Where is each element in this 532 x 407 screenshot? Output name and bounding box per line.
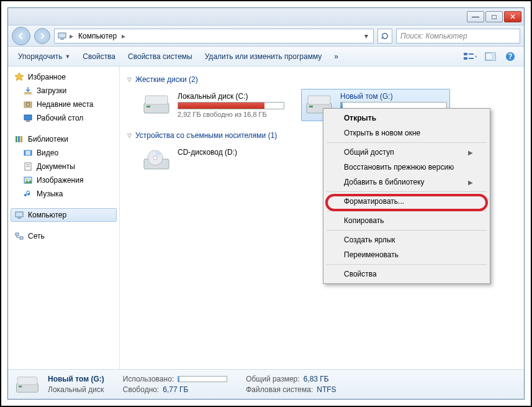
svg-rect-28	[16, 233, 19, 236]
libraries-icon	[14, 134, 24, 144]
recent-icon	[23, 99, 33, 109]
collapse-icon[interactable]: ▽	[127, 132, 132, 139]
svg-rect-32	[145, 96, 168, 104]
minimize-button[interactable]: —	[467, 11, 484, 22]
svg-rect-10	[24, 92, 32, 94]
sidebar-images[interactable]: Изображения	[19, 173, 117, 187]
drive-d[interactable]: CD-дисковод (D:)	[138, 145, 287, 176]
svg-rect-19	[24, 150, 25, 155]
breadcrumb-computer[interactable]: Компьютер	[76, 32, 119, 40]
menu-separator	[327, 230, 487, 231]
address-bar[interactable]: ▸ Компьютер ▸ ▾	[54, 29, 374, 43]
context-create-shortcut[interactable]: Создать ярлык	[325, 232, 488, 247]
music-icon	[23, 189, 33, 199]
menu-separator	[327, 142, 487, 143]
hdd-icon	[142, 92, 171, 117]
navbar: ▸ Компьютер ▸ ▾ Поиск: Компьютер	[8, 25, 524, 47]
svg-rect-35	[308, 96, 330, 104]
svg-rect-20	[30, 150, 32, 155]
sidebar-recent[interactable]: Недавние места	[19, 98, 117, 111]
context-menu: Открыть Открыть в новом окне Общий досту…	[323, 108, 490, 284]
hdd-icon	[14, 373, 40, 396]
sidebar-desktop[interactable]: Рабочий стол	[19, 111, 117, 125]
sidebar: Избранное Загрузки Недавние места Рабочи…	[8, 66, 120, 369]
svg-rect-5	[469, 58, 474, 59]
svg-rect-27	[17, 217, 21, 219]
menu-separator	[327, 191, 487, 192]
computer-icon	[57, 31, 67, 41]
forward-button[interactable]	[34, 28, 50, 44]
back-button[interactable]	[12, 27, 30, 45]
drive-c-free: 2,92 ГБ свободно из 16,8 ГБ	[178, 111, 284, 118]
context-properties[interactable]: Свойства	[325, 267, 488, 281]
refresh-button[interactable]	[377, 29, 392, 43]
close-button[interactable]: ✕	[504, 11, 521, 22]
search-input[interactable]: Поиск: Компьютер	[396, 29, 520, 43]
svg-rect-7	[492, 53, 495, 60]
desktop-icon	[23, 113, 33, 123]
properties-button[interactable]: Свойства	[78, 50, 120, 63]
status-used-bar	[178, 376, 227, 382]
svg-rect-31	[147, 106, 150, 107]
sidebar-downloads[interactable]: Загрузки	[19, 84, 117, 98]
computer-icon	[14, 210, 24, 220]
drive-g-name: Новый том (G:)	[340, 92, 447, 101]
svg-rect-2	[464, 53, 467, 55]
sidebar-documents[interactable]: Документы	[19, 160, 117, 173]
organize-menu[interactable]: Упорядочить▼	[13, 50, 75, 63]
drive-c-name: Локальный диск (C:)	[178, 92, 284, 101]
status-free-value: 6,77 ГБ	[163, 385, 188, 394]
video-icon	[23, 148, 33, 158]
svg-rect-41	[17, 377, 37, 384]
images-icon	[23, 175, 33, 185]
drive-c-usage-bar	[178, 102, 284, 109]
sidebar-network[interactable]: Сеть	[11, 229, 117, 243]
sidebar-favorites[interactable]: Избранное	[11, 70, 117, 84]
submenu-arrow-icon: ▶	[468, 149, 473, 156]
context-format[interactable]: Форматировать...	[325, 194, 488, 209]
maximize-button[interactable]: □	[485, 11, 503, 22]
address-dropdown[interactable]: ▾	[362, 32, 371, 40]
drive-c[interactable]: Локальный диск (C:) 2,92 ГБ свободно из …	[138, 89, 287, 121]
context-rename[interactable]: Переименовать	[325, 247, 488, 262]
view-options-button[interactable]	[462, 49, 479, 64]
cd-drive-icon	[142, 148, 171, 173]
status-subtitle: Локальный диск	[48, 385, 104, 394]
svg-rect-3	[464, 57, 467, 60]
sidebar-video[interactable]: Видео	[19, 146, 117, 160]
svg-rect-40	[19, 385, 22, 387]
menu-separator	[327, 211, 487, 211]
toolbar: Упорядочить▼ Свойства Свойства системы У…	[8, 47, 524, 66]
context-copy[interactable]: Копировать	[325, 213, 488, 228]
drive-d-name: CD-дисковод (D:)	[178, 148, 284, 157]
context-restore-version[interactable]: Восстановить прежнюю версию	[325, 160, 488, 175]
status-bar: Новый том (G:) Локальный диск Использова…	[8, 369, 524, 399]
menu-separator	[327, 264, 487, 265]
svg-text:?: ?	[508, 52, 512, 61]
sidebar-libraries[interactable]: Библиотеки	[11, 132, 117, 146]
section-hdd: ▽ Жесткие диски (2)	[127, 75, 516, 84]
toolbar-overflow[interactable]: »	[329, 50, 343, 63]
context-open[interactable]: Открыть	[325, 111, 488, 126]
sidebar-computer[interactable]: Компьютер	[11, 208, 117, 222]
sidebar-music[interactable]: Музыка	[19, 187, 117, 201]
collapse-icon[interactable]: ▽	[127, 76, 132, 83]
context-open-new-window[interactable]: Открыть в новом окне	[325, 126, 488, 140]
svg-rect-16	[18, 136, 20, 142]
context-share[interactable]: Общий доступ▶	[325, 145, 488, 160]
chevron-right-icon: ▸	[122, 32, 125, 40]
help-button[interactable]: ?	[502, 49, 519, 64]
downloads-icon	[23, 86, 33, 96]
svg-rect-1	[60, 39, 64, 40]
svg-rect-0	[58, 33, 66, 38]
svg-rect-14	[26, 121, 30, 122]
status-free-label: Свободно:	[123, 385, 160, 394]
uninstall-program-button[interactable]: Удалить или изменить программу	[200, 50, 327, 63]
preview-pane-button[interactable]	[482, 49, 499, 64]
search-placeholder: Поиск: Компьютер	[400, 32, 467, 40]
svg-rect-17	[20, 136, 22, 142]
status-fs-label: Файловая система:	[246, 385, 313, 394]
context-add-to-library[interactable]: Добавить в библиотеку▶	[325, 175, 488, 190]
svg-rect-15	[16, 136, 17, 142]
system-properties-button[interactable]: Свойства системы	[123, 50, 197, 63]
